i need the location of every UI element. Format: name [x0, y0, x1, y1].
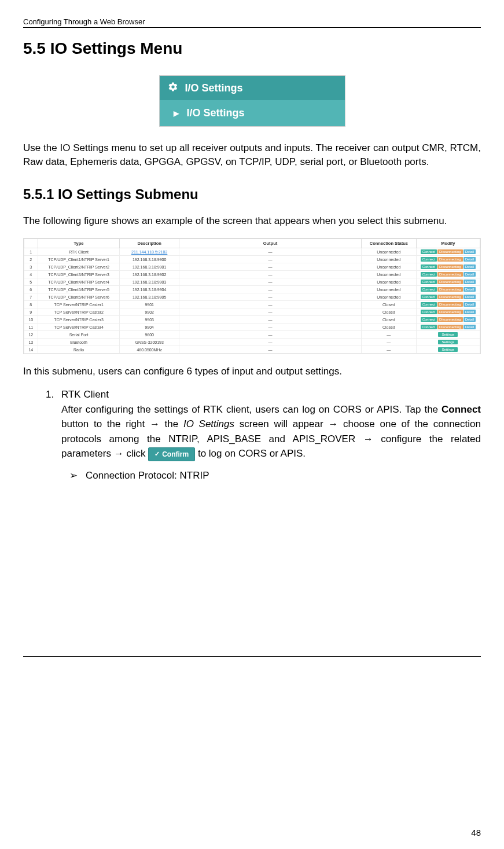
detail-button[interactable]: Detail	[463, 287, 476, 292]
caret-right-icon: ▶	[174, 109, 179, 117]
detail-button[interactable]: Detail	[463, 264, 476, 269]
row-modify: Settings	[416, 339, 480, 346]
connect-button[interactable]: Connect	[421, 310, 437, 314]
disconnecting-button[interactable]: Disconnecting	[437, 257, 463, 262]
detail-button[interactable]: Detail	[463, 295, 476, 299]
list-text-2: button to the right → the	[61, 418, 183, 429]
row-modify: ConnectDisconnectingDetail	[416, 301, 480, 308]
row-output: —	[179, 308, 361, 316]
row-modify: Settings	[416, 331, 480, 339]
row-modify: ConnectDisconnectingDetail	[416, 286, 480, 293]
row-index: 10	[24, 316, 38, 324]
disconnecting-button[interactable]: Disconnecting	[437, 280, 463, 284]
disconnecting-button[interactable]: Disconnecting	[437, 264, 463, 269]
table-row: 2TCP/UDP_Client1/NTRIP Server1192.168.3.…	[24, 256, 480, 263]
row-type: TCP/UDP_Client2/NTRIP Server2	[38, 263, 120, 271]
detail-button[interactable]: Detail	[463, 257, 476, 262]
table-row: 14Radio460.0500MHz——Settings	[24, 346, 480, 354]
row-output: —	[179, 301, 361, 308]
disconnecting-button[interactable]: Disconnecting	[437, 287, 463, 292]
table-row: 3TCP/UDP_Client2/NTRIP Server2192.168.3.…	[24, 263, 480, 271]
row-index: 11	[24, 324, 38, 331]
row-modify: ConnectDisconnectingDetail	[416, 293, 480, 301]
nav-sub-row: ▶ I/O Settings	[160, 100, 345, 126]
table-header-cell: Connection Status	[362, 239, 417, 248]
disconnecting-button[interactable]: Disconnecting	[437, 272, 463, 277]
list-text-1: After configuring the settings of RTK cl…	[61, 404, 442, 415]
row-description: 9902	[120, 308, 179, 316]
detail-button[interactable]: Detail	[463, 325, 476, 329]
connect-button[interactable]: Connect	[421, 272, 437, 277]
row-modify: ConnectDisconnectingDetail	[416, 248, 480, 256]
detail-button[interactable]: Detail	[463, 302, 476, 307]
row-status: Closed	[362, 301, 417, 308]
row-status: —	[362, 339, 417, 346]
row-output: —	[179, 278, 361, 286]
table-body: 1RTK Client211.144.118.5:2102—Unconnecte…	[24, 248, 480, 354]
connect-button[interactable]: Connect	[421, 302, 437, 307]
disconnecting-button[interactable]: Disconnecting	[437, 295, 463, 299]
row-output: —	[179, 339, 361, 346]
subintro-paragraph: The following figure shows an example of…	[23, 214, 481, 228]
row-type: TCP/UDP_Client3/NTRIP Server3	[38, 271, 120, 278]
row-status: Unconnected	[362, 293, 417, 301]
row-description: 460.0500MHz	[120, 346, 179, 354]
nav-screenshot-figure: I/O Settings ▶ I/O Settings	[23, 75, 481, 127]
row-output: —	[179, 248, 361, 256]
settings-button[interactable]: Settings	[438, 347, 458, 352]
settings-button[interactable]: Settings	[438, 340, 458, 344]
row-status: Closed	[362, 316, 417, 324]
table-row: 6TCP/UDP_Client5/NTRIP Server5192.168.3.…	[24, 286, 480, 293]
italic-io-settings: IO Settings	[183, 418, 234, 429]
row-output: —	[179, 316, 361, 324]
list-item-title: RTK Client	[61, 389, 109, 400]
nav-sub-label: I/O Settings	[187, 107, 245, 119]
row-description: 9904	[120, 324, 179, 331]
disconnecting-button[interactable]: Disconnecting	[437, 317, 463, 322]
row-status: Closed	[362, 308, 417, 316]
table-row: 11TCP Server/NTRIP Caster49904—ClosedCon…	[24, 324, 480, 331]
table-header-cell	[24, 239, 38, 248]
row-index: 13	[24, 339, 38, 346]
row-type: RTK Client	[38, 248, 120, 256]
row-status: Unconnected	[362, 278, 417, 286]
intro-paragraph: Use the IO Settings menu to set up all r…	[23, 141, 481, 169]
row-type: TCP Server/NTRIP Caster1	[38, 301, 120, 308]
table-header-cell: Modify	[416, 239, 480, 248]
table-row: 9TCP Server/NTRIP Caster29902—ClosedConn…	[24, 308, 480, 316]
row-type: TCP/UDP_Client6/NTRIP Server6	[38, 293, 120, 301]
detail-button[interactable]: Detail	[463, 280, 476, 284]
row-index: 7	[24, 293, 38, 301]
row-output: —	[179, 286, 361, 293]
header-section-title: Configuring Through a Web Browser	[23, 17, 145, 26]
detail-button[interactable]: Detail	[463, 272, 476, 277]
detail-button[interactable]: Detail	[463, 249, 476, 254]
disconnecting-button[interactable]: Disconnecting	[437, 310, 463, 314]
row-description: 9903	[120, 316, 179, 324]
connect-button[interactable]: Connect	[421, 325, 437, 329]
connect-button[interactable]: Connect	[421, 295, 437, 299]
connect-button[interactable]: Connect	[421, 317, 437, 322]
row-status: Closed	[362, 324, 417, 331]
table-row: 12Serial Port9600——Settings	[24, 331, 480, 339]
connect-button[interactable]: Connect	[421, 287, 437, 292]
detail-button[interactable]: Detail	[463, 310, 476, 314]
connect-button[interactable]: Connect	[421, 264, 437, 269]
row-index: 14	[24, 346, 38, 354]
row-output: —	[179, 271, 361, 278]
disconnecting-button[interactable]: Disconnecting	[437, 249, 463, 254]
io-settings-table: TypeDescriptionOutputConnection StatusMo…	[24, 238, 480, 354]
row-index: 9	[24, 308, 38, 316]
connect-button[interactable]: Connect	[421, 280, 437, 284]
disconnecting-button[interactable]: Disconnecting	[437, 302, 463, 307]
heading-2: 5.5.1 IO Settings Submenu	[23, 186, 481, 203]
detail-button[interactable]: Detail	[463, 317, 476, 322]
disconnecting-button[interactable]: Disconnecting	[437, 325, 463, 329]
connect-button[interactable]: Connect	[421, 257, 437, 262]
settings-button[interactable]: Settings	[438, 332, 458, 337]
nav-header-label: I/O Settings	[185, 82, 243, 94]
row-status: Unconnected	[362, 271, 417, 278]
sub-bullet-item: Connection Protocol: NTRIP	[69, 468, 481, 483]
row-description: 9600	[120, 331, 179, 339]
connect-button[interactable]: Connect	[421, 249, 437, 254]
